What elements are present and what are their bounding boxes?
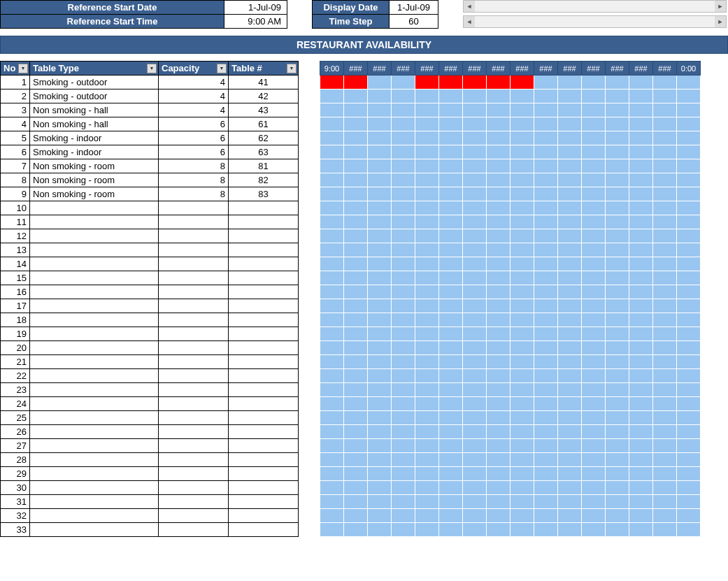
availability-cell[interactable] (534, 271, 558, 285)
availability-cell[interactable] (439, 187, 463, 201)
cell-table-num[interactable] (229, 201, 299, 215)
availability-cell[interactable] (392, 439, 415, 453)
cell-capacity[interactable] (159, 425, 229, 439)
time-step-value[interactable]: 60 (390, 15, 438, 29)
availability-cell[interactable] (439, 411, 463, 425)
availability-cell[interactable] (320, 201, 344, 215)
availability-cell[interactable] (653, 243, 677, 257)
cell-type[interactable] (30, 355, 159, 369)
cell-capacity[interactable] (159, 243, 229, 257)
availability-cell[interactable] (487, 369, 511, 383)
availability-cell[interactable] (368, 271, 392, 285)
availability-cell[interactable] (487, 271, 511, 285)
availability-cell[interactable] (320, 187, 344, 201)
availability-cell[interactable] (368, 229, 392, 243)
availability-cell[interactable] (677, 229, 701, 243)
availability-cell[interactable] (320, 453, 344, 467)
table-row[interactable]: 1Smoking - outdoor441 (1, 76, 299, 89)
availability-cell[interactable] (320, 481, 344, 495)
availability-cell[interactable] (629, 327, 653, 341)
availability-cell[interactable] (677, 509, 701, 523)
availability-cell[interactable] (582, 159, 606, 173)
availability-cell[interactable] (629, 76, 653, 89)
availability-cell[interactable] (392, 243, 415, 257)
table-row[interactable]: 15 (1, 271, 299, 285)
availability-cell[interactable] (629, 271, 653, 285)
availability-cell[interactable] (606, 439, 629, 453)
availability-cell[interactable] (439, 495, 463, 509)
cell-capacity[interactable]: 6 (159, 145, 229, 159)
table-row[interactable]: 19 (1, 327, 299, 341)
availability-cell[interactable] (629, 509, 653, 523)
cell-type[interactable] (30, 257, 159, 271)
availability-cell[interactable] (415, 201, 439, 215)
cell-no[interactable]: 33 (1, 523, 30, 537)
availability-cell[interactable] (344, 76, 368, 89)
availability-cell[interactable] (629, 173, 653, 187)
col-header-table-type[interactable]: Table Type ▼ (30, 62, 159, 76)
availability-cell[interactable] (368, 327, 392, 341)
availability-cell[interactable] (511, 229, 534, 243)
availability-cell[interactable] (368, 425, 392, 439)
cell-no[interactable]: 7 (1, 159, 30, 173)
availability-cell[interactable] (558, 257, 582, 271)
availability-cell[interactable] (344, 327, 368, 341)
availability-cell[interactable] (534, 145, 558, 159)
availability-cell[interactable] (463, 439, 487, 453)
availability-cell[interactable] (511, 145, 534, 159)
availability-cell[interactable] (677, 257, 701, 271)
availability-cell[interactable] (368, 383, 392, 397)
availability-cell[interactable] (344, 369, 368, 383)
availability-cell[interactable] (677, 425, 701, 439)
availability-cell[interactable] (368, 355, 392, 369)
table-row[interactable]: 13 (1, 243, 299, 257)
availability-cell[interactable] (629, 495, 653, 509)
availability-cell[interactable] (439, 439, 463, 453)
availability-cell[interactable] (511, 481, 534, 495)
availability-cell[interactable] (558, 89, 582, 103)
availability-cell[interactable] (582, 243, 606, 257)
availability-cell[interactable] (487, 523, 511, 537)
availability-cell[interactable] (463, 117, 487, 131)
availability-cell[interactable] (558, 131, 582, 145)
availability-cell[interactable] (487, 355, 511, 369)
availability-cell[interactable] (677, 481, 701, 495)
availability-cell[interactable] (439, 467, 463, 481)
cell-table-num[interactable] (229, 299, 299, 313)
availability-cell[interactable] (415, 411, 439, 425)
availability-cell[interactable] (629, 355, 653, 369)
availability-cell[interactable] (487, 453, 511, 467)
scroll-track[interactable] (475, 1, 715, 12)
availability-cell[interactable] (439, 145, 463, 159)
cell-type[interactable]: Smoking - outdoor (30, 89, 159, 103)
availability-cell[interactable] (487, 285, 511, 299)
availability-cell[interactable] (629, 117, 653, 131)
availability-cell[interactable] (653, 313, 677, 327)
availability-cell[interactable] (392, 285, 415, 299)
availability-cell[interactable] (534, 509, 558, 523)
availability-cell[interactable] (606, 299, 629, 313)
availability-cell[interactable] (582, 453, 606, 467)
table-row[interactable]: 14 (1, 257, 299, 271)
availability-cell[interactable] (582, 201, 606, 215)
availability-cell[interactable] (629, 467, 653, 481)
availability-cell[interactable] (511, 425, 534, 439)
availability-cell[interactable] (344, 159, 368, 173)
availability-cell[interactable] (439, 131, 463, 145)
availability-cell[interactable] (582, 341, 606, 355)
cell-no[interactable]: 12 (1, 229, 30, 243)
availability-cell[interactable] (534, 495, 558, 509)
availability-cell[interactable] (463, 313, 487, 327)
availability-cell[interactable] (534, 159, 558, 173)
availability-cell[interactable] (511, 327, 534, 341)
availability-cell[interactable] (677, 411, 701, 425)
availability-cell[interactable] (653, 495, 677, 509)
availability-cell[interactable] (558, 187, 582, 201)
cell-capacity[interactable] (159, 495, 229, 509)
availability-cell[interactable] (392, 131, 415, 145)
availability-cell[interactable] (534, 453, 558, 467)
scroll-left-icon[interactable]: ◄ (464, 16, 475, 27)
table-row[interactable]: 8Non smoking - room882 (1, 173, 299, 187)
availability-cell[interactable] (606, 215, 629, 229)
cell-table-num[interactable]: 81 (229, 159, 299, 173)
